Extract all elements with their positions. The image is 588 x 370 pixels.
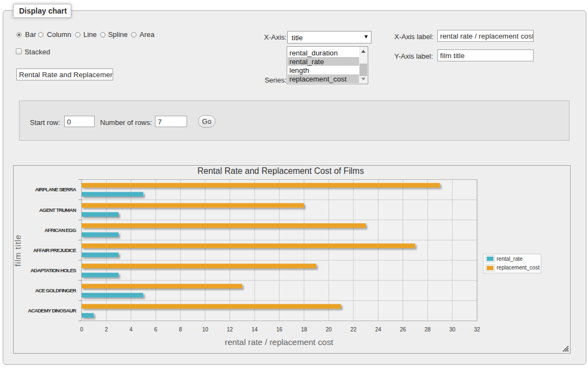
svg-text:AFRICAN EGG: AFRICAN EGG [45,227,76,233]
svg-text:16: 16 [276,327,283,333]
svg-text:rental_rate: rental_rate [497,256,523,262]
svg-text:film title: film title [14,235,22,267]
svg-text:rental rate / replacement cost: rental rate / replacement cost [225,337,333,347]
svg-text:10: 10 [202,327,209,333]
svg-text:30: 30 [449,327,456,333]
svg-text:8: 8 [179,327,182,333]
svg-text:Rental Rate and Replacement Co: Rental Rate and Replacement Cost of Film… [197,166,364,175]
svg-text:ACADEMY DINOSAUR: ACADEMY DINOSAUR [28,308,76,313]
svg-text:20: 20 [326,327,332,333]
svg-text:28: 28 [425,327,431,333]
svg-text:32: 32 [474,327,480,333]
svg-text:AFFAIR PREJUDICE: AFFAIR PREJUDICE [33,247,76,253]
svg-text:2: 2 [105,327,108,333]
svg-text:ADAPTATION HOLES: ADAPTATION HOLES [30,267,76,273]
svg-text:AIRPLANE SIERRA: AIRPLANE SIERRA [35,186,76,192]
svg-text:12: 12 [227,327,233,333]
svg-text:26: 26 [400,327,406,333]
svg-text:replacement_cost: replacement_cost [497,265,540,271]
svg-text:6: 6 [154,327,158,333]
svg-text:14: 14 [251,327,258,333]
svg-text:22: 22 [350,327,357,333]
svg-text:AGENT TRUMAN: AGENT TRUMAN [39,207,76,213]
svg-text:18: 18 [301,327,307,333]
svg-text:24: 24 [375,327,382,333]
svg-text:ACE GOLDFINGER: ACE GOLDFINGER [35,287,77,293]
svg-text:4: 4 [129,327,133,333]
svg-text:0: 0 [80,327,83,333]
